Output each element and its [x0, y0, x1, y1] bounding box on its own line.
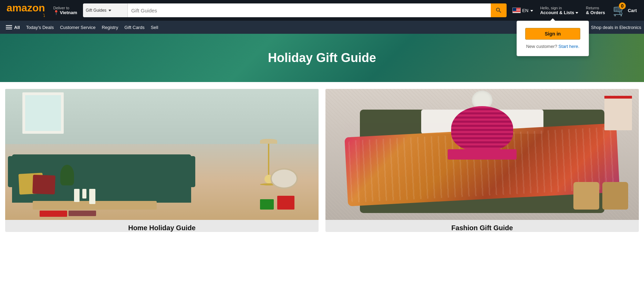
coffee-table	[33, 201, 157, 218]
location-name: Vietnam	[60, 10, 77, 15]
content-area: Home Holiday Guide	[0, 82, 644, 239]
search-button[interactable]	[491, 3, 507, 17]
language-chevron-icon	[530, 8, 533, 13]
cart-icon-container: 🛒 0	[613, 4, 626, 17]
hero-title: Holiday Gift Guide	[268, 51, 376, 65]
header: amazon ⤵ Deliver to 📍 Vietnam Gift Guide…	[0, 0, 644, 21]
amazon-logo[interactable]: amazon ⤵	[4, 1, 48, 20]
nav-item-todays-deals[interactable]: Today's Deals	[23, 23, 57, 32]
us-flag-icon	[512, 8, 521, 13]
nav-all-button[interactable]: All	[3, 23, 23, 32]
search-bar: Gift Guides	[83, 3, 507, 17]
nav-item-registry[interactable]: Registry	[98, 23, 121, 32]
nav-item-sell[interactable]: Sell	[148, 23, 162, 32]
fashion-gift-label: Fashion Gift Guide	[325, 224, 639, 232]
language-code: EN	[522, 8, 528, 13]
start-here-link[interactable]: Start here.	[559, 44, 580, 49]
fashion-gift-card[interactable]: Fashion Gift Guide	[325, 89, 639, 232]
gloves-element	[573, 182, 629, 213]
account-dropdown-popup: Sign in New customer? Start here.	[517, 21, 589, 56]
hamburger-icon	[6, 25, 12, 29]
home-holiday-card[interactable]: Home Holiday Guide	[5, 89, 319, 232]
sofa-element	[12, 154, 191, 203]
search-input[interactable]	[128, 3, 491, 17]
search-category-label: Gift Guides	[86, 8, 106, 13]
deliver-location: 📍 Vietnam	[53, 10, 77, 15]
returns-orders[interactable]: Returns & Orders	[583, 4, 608, 17]
chevron-down-icon	[108, 8, 111, 13]
gift-element	[604, 96, 632, 130]
location-pin-icon: 📍	[53, 10, 59, 15]
sign-in-button[interactable]: Sign in	[525, 28, 580, 40]
account-chevron-icon	[575, 10, 578, 15]
cart-count: 0	[619, 2, 626, 9]
account-dropdown[interactable]: Hello, sign in Account & Lists	[537, 4, 581, 17]
fashion-image	[325, 89, 639, 220]
logo-smile: ⤵	[7, 13, 45, 18]
language-selector[interactable]: EN	[510, 6, 536, 15]
home-holiday-label: Home Holiday Guide	[5, 224, 319, 232]
cart-area[interactable]: 🛒 0 Cart	[610, 2, 640, 19]
account-label: Account & Lists	[540, 10, 574, 15]
cart-label: Cart	[628, 8, 637, 13]
hat-element	[451, 91, 513, 160]
home-holiday-image	[5, 89, 319, 220]
deliver-to-area[interactable]: Deliver to 📍 Vietnam	[51, 4, 80, 17]
logo-text: amazon	[7, 3, 45, 13]
orders-label: & Orders	[586, 10, 605, 15]
nav-promo-text: Shop deals in Electronics	[591, 25, 641, 30]
nav-item-gift-cards[interactable]: Gift Cards	[121, 23, 148, 32]
new-customer-text: New customer? Start here.	[524, 44, 582, 49]
nav-item-customer-service[interactable]: Customer Service	[57, 23, 98, 32]
nav-all-label: All	[14, 25, 20, 30]
hello-line: Hello, sign in	[540, 6, 578, 10]
account-line: Account & Lists	[540, 10, 578, 15]
header-right: EN Hello, sign in Account & Lists Return…	[510, 2, 640, 19]
search-icon	[495, 7, 502, 14]
search-category-dropdown[interactable]: Gift Guides	[83, 3, 128, 17]
deliver-to-label: Deliver to	[53, 6, 77, 10]
returns-label: Returns	[586, 6, 605, 10]
